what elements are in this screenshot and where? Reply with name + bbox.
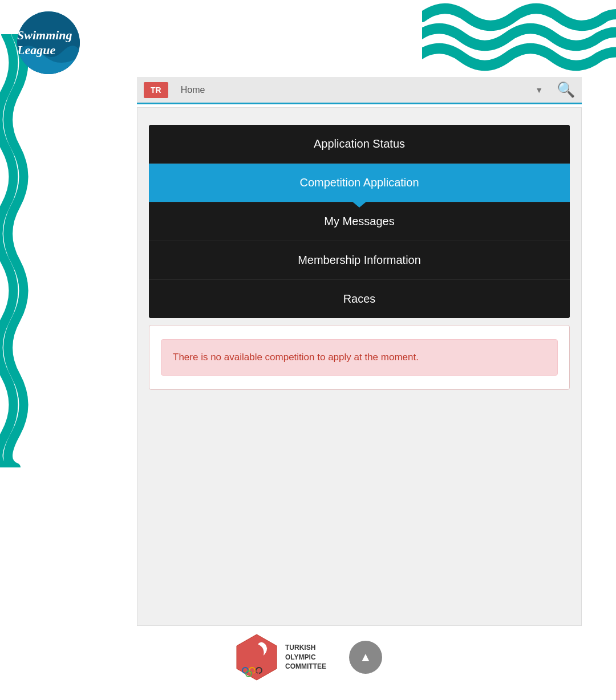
toc-logo: TURKISH OLYMPIC COMMITTEE [234,632,326,683]
main-card: Application Status Competition Applicati… [137,107,582,626]
wave-top-right-decoration [422,0,616,86]
top-navigation: TR Home ▼ 🔍 [137,77,582,104]
nav-dropdown-wrapper: Home ▼ [174,79,551,101]
nav-dropdown[interactable]: Home [174,79,551,101]
footer: TURKISH OLYMPIC COMMITTEE [0,632,616,683]
svg-marker-1 [237,634,277,680]
wave-left-decoration [0,34,31,467]
menu-item-application-status[interactable]: Application Status [149,125,570,164]
menu-container: Application Status Competition Applicati… [149,125,570,318]
language-button[interactable]: TR [144,82,168,98]
alert-message: There is no available competition to app… [161,339,558,376]
menu-item-membership-information[interactable]: Membership Information [149,241,570,280]
search-button[interactable]: 🔍 [557,81,575,99]
scroll-to-top-button[interactable] [349,641,382,674]
search-icon: 🔍 [557,81,575,98]
toc-emblem-icon [234,632,279,683]
menu-item-races[interactable]: Races [149,280,570,318]
menu-item-my-messages[interactable]: My Messages [149,202,570,241]
logo-text: Swimming League [17,28,80,58]
menu-item-competition-application[interactable]: Competition Application [149,164,570,202]
site-logo: Swimming League [17,11,80,74]
content-area: There is no available competition to app… [149,325,570,390]
toc-text: TURKISH OLYMPIC COMMITTEE [285,643,326,671]
